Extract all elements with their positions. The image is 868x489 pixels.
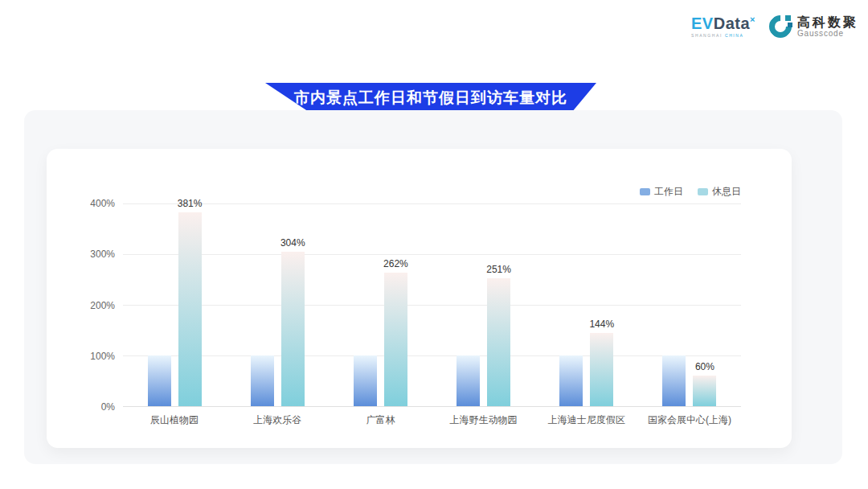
gridline: [123, 254, 741, 255]
bar-value-label: 262%: [370, 258, 421, 269]
chart-title-banner: 市内景点工作日和节假日到访车量对比: [265, 83, 596, 113]
gausscode-en-name: Gausscode: [797, 29, 858, 38]
legend-item-工作日[interactable]: 工作日: [640, 185, 683, 199]
page: EVData× SHANGHAI CHINA 高科数聚 Gausscode 市内…: [0, 0, 868, 489]
gridline: [123, 355, 741, 356]
gausscode-icon: [768, 14, 792, 39]
gausscode-cn-name: 高科数聚: [797, 15, 858, 30]
evdata-data-text: Data: [714, 14, 750, 32]
evdata-x-mark: ×: [750, 14, 755, 24]
bar-value-label: 251%: [473, 264, 525, 275]
chart-panel: 工作日休息日 0%100%200%300%400%381%辰山植物园304%上海…: [24, 110, 842, 464]
gridline: [123, 305, 741, 306]
gausscode-square-shape: [785, 15, 791, 21]
bar-工作日-上海欢乐谷[interactable]: [251, 355, 274, 406]
bar-休息日-上海欢乐谷[interactable]: [281, 252, 305, 406]
chart-title: 市内景点工作日和节假日到访车量对比: [294, 88, 567, 109]
y-axis-tick-label: 0%: [73, 401, 115, 413]
bar-休息日-上海迪士尼度假区[interactable]: [590, 333, 613, 406]
bar-value-label: 144%: [576, 318, 628, 330]
legend-item-休息日[interactable]: 休息日: [698, 185, 741, 199]
evdata-ev-text: EV: [691, 14, 714, 32]
bar-工作日-广富林[interactable]: [354, 355, 377, 406]
bar-休息日-广富林[interactable]: [384, 273, 407, 406]
bar-工作日-辰山植物园[interactable]: [148, 355, 171, 406]
bar-休息日-国家会展中心(上海)[interactable]: [693, 376, 716, 406]
legend-swatch-icon: [640, 188, 650, 195]
bar-value-label: 381%: [164, 198, 215, 209]
y-axis-tick-label: 100%: [73, 351, 115, 362]
bar-休息日-辰山植物园[interactable]: [178, 212, 202, 406]
evdata-logo: EVData× SHANGHAI CHINA: [691, 15, 755, 38]
legend-swatch-icon: [698, 188, 708, 195]
bar-value-label: 304%: [267, 237, 318, 249]
gausscode-text: 高科数聚 Gausscode: [797, 15, 858, 39]
evdata-subtext-left: SHANGHAI: [691, 33, 725, 38]
x-axis-category-label: 国家会展中心(上海): [629, 413, 750, 427]
y-axis-tick-label: 300%: [73, 249, 115, 260]
gausscode-square-shape-2: [788, 23, 792, 27]
gridline: [123, 203, 741, 204]
bar-工作日-上海野生动物园[interactable]: [457, 355, 480, 406]
legend: 工作日休息日: [640, 185, 741, 199]
y-axis-tick-label: 400%: [73, 198, 115, 209]
evdata-wordmark: EVData×: [691, 15, 755, 31]
gausscode-logo: 高科数聚 Gausscode: [768, 14, 858, 39]
evdata-subtext: SHANGHAI CHINA: [691, 33, 743, 38]
header-logos: EVData× SHANGHAI CHINA 高科数聚 Gausscode: [691, 14, 858, 39]
legend-label: 工作日: [654, 185, 683, 199]
chart-card: 工作日休息日 0%100%200%300%400%381%辰山植物园304%上海…: [47, 149, 792, 448]
legend-label: 休息日: [712, 185, 741, 199]
y-axis-tick-label: 200%: [73, 300, 115, 311]
evdata-subtext-right: CHINA: [725, 33, 744, 38]
bar-value-label: 60%: [679, 361, 731, 372]
bar-休息日-上海野生动物园[interactable]: [487, 278, 510, 406]
bar-工作日-上海迪士尼度假区[interactable]: [559, 355, 583, 406]
plot-area: 0%100%200%300%400%381%辰山植物园304%上海欢乐谷262%…: [123, 203, 741, 407]
